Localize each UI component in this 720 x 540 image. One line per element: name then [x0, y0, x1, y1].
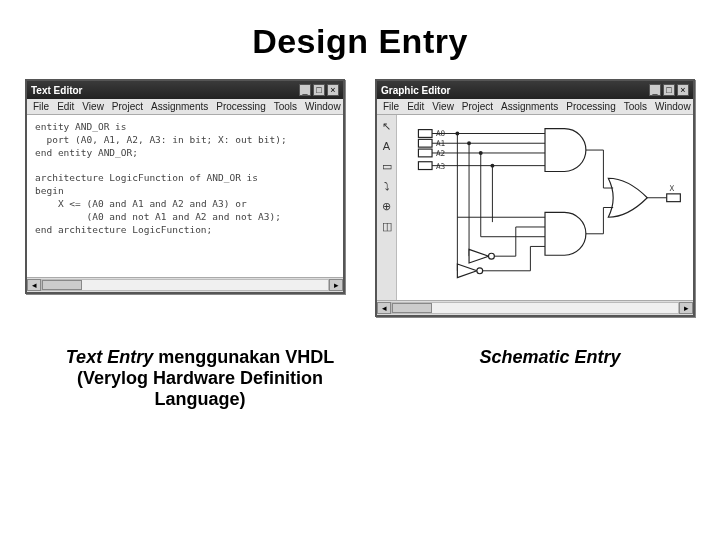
or-gate-icon [608, 178, 647, 217]
menu-edit[interactable]: Edit [57, 101, 74, 112]
menu-window[interactable]: Window [655, 101, 691, 112]
not-gate-1-icon [469, 249, 494, 263]
text-editor-window: Text Editor _ □ × File Edit View Project… [25, 79, 345, 294]
window-controls: _ □ × [649, 84, 689, 96]
graphic-editor-body: ↖ A ▭ ⤵ ⊕ ◫ A0 A1 A2 A3 [377, 115, 693, 300]
text-editor-body: entity AND_OR is port (A0, A1, A2, A3: i… [27, 115, 343, 277]
window-controls: _ □ × [299, 84, 339, 96]
left-caption-em: Text Entry [66, 347, 153, 367]
svg-point-17 [477, 268, 483, 274]
svg-point-15 [490, 164, 494, 168]
pin-x-label: X [670, 184, 675, 193]
menu-assignments[interactable]: Assignments [151, 101, 208, 112]
menu-tools[interactable]: Tools [624, 101, 647, 112]
menu-edit[interactable]: Edit [407, 101, 424, 112]
svg-point-12 [455, 132, 459, 136]
right-caption: Schematic Entry [440, 347, 660, 410]
page-title: Design Entry [0, 22, 720, 61]
svg-rect-3 [418, 162, 432, 170]
menu-project[interactable]: Project [112, 101, 143, 112]
svg-point-16 [489, 253, 495, 259]
graphic-editor-title: Graphic Editor [381, 85, 450, 96]
pointer-tool-icon[interactable]: ↖ [380, 119, 394, 133]
text-editor-title: Text Editor [31, 85, 82, 96]
left-caption: Text Entry menggunakan VHDL (Verylog Har… [60, 347, 340, 410]
svg-rect-34 [667, 194, 681, 202]
tool-palette: ↖ A ▭ ⤵ ⊕ ◫ [377, 115, 397, 300]
hscrollbar[interactable]: ◂ ▸ [27, 277, 343, 291]
rect-tool-icon[interactable]: ▭ [380, 159, 394, 173]
graphic-editor-titlebar: Graphic Editor _ □ × [377, 81, 693, 99]
minimize-button[interactable]: _ [649, 84, 661, 96]
and-gate-bottom-icon [545, 212, 586, 255]
scroll-track[interactable] [41, 279, 329, 291]
wire-tool-icon[interactable]: ⤵ [380, 179, 394, 193]
close-button[interactable]: × [677, 84, 689, 96]
svg-rect-0 [418, 130, 432, 138]
not-gate-2-icon [457, 264, 482, 278]
menu-processing[interactable]: Processing [216, 101, 265, 112]
svg-point-13 [467, 141, 471, 145]
close-button[interactable]: × [327, 84, 339, 96]
menu-processing[interactable]: Processing [566, 101, 615, 112]
and-gate-top-icon [545, 129, 586, 172]
windows-row: Text Editor _ □ × File Edit View Project… [0, 79, 720, 317]
menu-window[interactable]: Window [305, 101, 341, 112]
text-editor-titlebar: Text Editor _ □ × [27, 81, 343, 99]
text-tool-icon[interactable]: A [380, 139, 394, 153]
svg-rect-1 [418, 139, 432, 147]
graphic-editor-window: Graphic Editor _ □ × File Edit View Proj… [375, 79, 695, 317]
graphic-editor-menubar: File Edit View Project Assignments Proce… [377, 99, 693, 115]
maximize-button[interactable]: □ [663, 84, 675, 96]
scroll-left-arrow[interactable]: ◂ [27, 279, 41, 291]
scroll-track[interactable] [391, 302, 679, 314]
scroll-thumb[interactable] [42, 280, 82, 290]
block-tool-icon[interactable]: ◫ [380, 219, 394, 233]
captions-row: Text Entry menggunakan VHDL (Verylog Har… [0, 317, 720, 410]
logic-schematic: A0 A1 A2 A3 [397, 115, 693, 300]
menu-assignments[interactable]: Assignments [501, 101, 558, 112]
menu-tools[interactable]: Tools [274, 101, 297, 112]
menu-file[interactable]: File [383, 101, 399, 112]
scroll-thumb[interactable] [392, 303, 432, 313]
menu-view[interactable]: View [82, 101, 104, 112]
text-editor-menubar: File Edit View Project Assignments Proce… [27, 99, 343, 115]
svg-point-14 [479, 151, 483, 155]
hscrollbar[interactable]: ◂ ▸ [377, 300, 693, 314]
scroll-right-arrow[interactable]: ▸ [329, 279, 343, 291]
scroll-left-arrow[interactable]: ◂ [377, 302, 391, 314]
menu-view[interactable]: View [432, 101, 454, 112]
svg-rect-2 [418, 149, 432, 157]
schematic-canvas[interactable]: A0 A1 A2 A3 [397, 115, 693, 300]
zoom-tool-icon[interactable]: ⊕ [380, 199, 394, 213]
minimize-button[interactable]: _ [299, 84, 311, 96]
scroll-right-arrow[interactable]: ▸ [679, 302, 693, 314]
menu-project[interactable]: Project [462, 101, 493, 112]
menu-file[interactable]: File [33, 101, 49, 112]
vhdl-code: entity AND_OR is port (A0, A1, A2, A3: i… [35, 121, 335, 236]
code-area[interactable]: entity AND_OR is port (A0, A1, A2, A3: i… [27, 115, 343, 240]
maximize-button[interactable]: □ [313, 84, 325, 96]
